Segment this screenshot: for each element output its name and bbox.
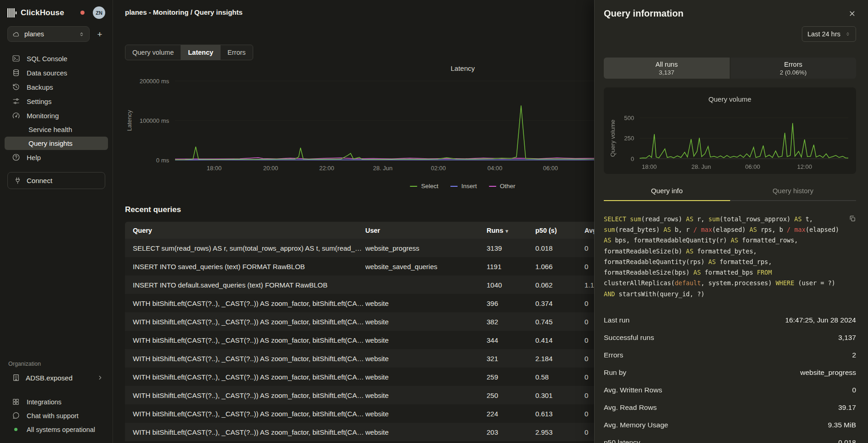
sidebar: ClickHouse ZN planes + SQL Console xyxy=(0,0,113,443)
connect-button[interactable]: Connect xyxy=(7,172,105,189)
svg-text:06:00: 06:00 xyxy=(543,165,558,172)
tab-query-volume[interactable]: Query volume xyxy=(125,45,181,60)
detail-row: Successful runs3,137 xyxy=(604,329,856,346)
terminal-icon xyxy=(12,54,20,63)
query-details-list: Last run16:47:25, Jun 28 2024Successful … xyxy=(604,311,856,443)
sidebar-item-label: Help xyxy=(27,154,41,161)
detail-row: p50 latency0.018 xyxy=(604,434,856,443)
sidebar-item-label: Query insights xyxy=(28,139,73,147)
table-cell: 0.018 xyxy=(535,239,584,257)
legend-swatch xyxy=(450,186,458,187)
notification-dot[interactable] xyxy=(80,11,85,15)
building-icon xyxy=(12,374,20,382)
organization-name: ADSB.exposed xyxy=(26,374,73,382)
panel-title: Query information xyxy=(604,8,683,19)
svg-text:22:00: 22:00 xyxy=(319,165,335,172)
table-cell: 0.374 xyxy=(535,294,584,312)
sidebar-item-data-sources[interactable]: Data sources xyxy=(5,66,108,80)
stat-all-runs[interactable]: All runs 3,137 xyxy=(604,58,730,79)
series-queries-line xyxy=(640,123,848,159)
tab-latency[interactable]: Latency xyxy=(181,45,221,60)
tab-query-history[interactable]: Query history xyxy=(730,187,857,201)
sidebar-item-system-status[interactable]: All systems operational xyxy=(5,423,108,436)
detail-row: Last run16:47:25, Jun 28 2024 xyxy=(604,311,856,329)
organization-selector[interactable]: ADSB.exposed xyxy=(5,371,108,385)
tab-errors[interactable]: Errors xyxy=(221,45,252,60)
tab-query-info[interactable]: Query info xyxy=(604,187,730,201)
detail-value: 16:47:25, Jun 28 2024 xyxy=(785,316,856,324)
copy-icon[interactable] xyxy=(849,215,856,222)
time-range-select[interactable]: Last 24 hrs xyxy=(802,26,856,42)
stat-tabs: All runs 3,137 Errors 2 (0.06%) xyxy=(604,58,856,79)
plug-icon xyxy=(14,177,22,184)
detail-value: 39.17 xyxy=(838,403,856,412)
svg-text:28. Jun: 28. Jun xyxy=(692,163,711,170)
svg-text:18:00: 18:00 xyxy=(642,163,657,170)
svg-text:28. Jun: 28. Jun xyxy=(373,165,393,172)
service-selector[interactable]: planes xyxy=(7,26,90,42)
sql-query-text: SELECT sum(read_rows) AS r, sum(total_ro… xyxy=(604,214,844,299)
sidebar-item-sql-console[interactable]: SQL Console xyxy=(5,52,108,65)
detail-value: website_progress xyxy=(800,368,856,377)
sliders-icon xyxy=(12,97,20,105)
detail-row: Avg. Written Rows0 xyxy=(604,381,856,399)
clickhouse-logo[interactable] xyxy=(7,7,17,18)
svg-text:04:00: 04:00 xyxy=(488,165,503,172)
service-row: planes + xyxy=(0,23,113,46)
avatar[interactable]: ZN xyxy=(93,6,105,19)
legend-other[interactable]: Other xyxy=(489,183,516,190)
legend-select[interactable]: Select xyxy=(410,183,438,190)
column-header-user[interactable]: User xyxy=(365,222,487,239)
table-cell: 250 xyxy=(487,386,535,404)
table-cell: 344 xyxy=(487,331,535,349)
blocks-icon xyxy=(12,398,20,406)
table-cell: website xyxy=(365,331,487,349)
svg-text:0: 0 xyxy=(631,155,634,162)
legend-label: Other xyxy=(500,183,516,190)
chat-bubble-icon xyxy=(12,412,20,420)
table-cell: 224 xyxy=(487,404,535,423)
sidebar-item-label: Monitoring xyxy=(27,112,59,120)
add-service-button[interactable]: + xyxy=(93,28,106,40)
sidebar-item-monitoring[interactable]: Monitoring xyxy=(5,109,108,122)
stat-errors[interactable]: Errors 2 (0.06%) xyxy=(731,58,857,79)
sidebar-item-settings[interactable]: Settings xyxy=(5,94,108,108)
legend-label: Select xyxy=(421,183,438,190)
table-cell: WITH bitShiftLeft(CAST(?..), _CAST(?..))… xyxy=(125,404,365,423)
table-cell: WITH bitShiftLeft(CAST(?..), _CAST(?..))… xyxy=(125,423,365,441)
database-icon xyxy=(12,69,20,77)
query-volume-card: Query volume 025050018:0028. Jun06:0012:… xyxy=(604,87,856,174)
cloud-icon xyxy=(12,30,20,38)
detail-label: Last run xyxy=(604,316,630,324)
organization-label: Organization xyxy=(0,361,113,371)
sidebar-item-service-health[interactable]: Service health xyxy=(5,123,108,136)
table-cell: 2.953 xyxy=(535,423,584,441)
history-icon xyxy=(12,83,20,91)
column-header-p50-s-[interactable]: p50 (s) xyxy=(535,222,584,239)
sidebar-item-query-insights[interactable]: Query insights xyxy=(5,137,108,150)
table-cell: 396 xyxy=(487,294,535,312)
detail-row: Avg. Memory Usage9.35 MiB xyxy=(604,416,856,434)
table-cell: 0.613 xyxy=(535,404,584,423)
table-cell: website xyxy=(365,423,487,441)
legend-insert[interactable]: Insert xyxy=(450,183,477,190)
sidebar-item-help[interactable]: Help xyxy=(5,150,108,164)
column-header-runs[interactable]: Runs▾ xyxy=(487,222,535,239)
sidebar-item-label: All systems operational xyxy=(27,426,95,433)
sidebar-item-chat-support[interactable]: Chat with support xyxy=(5,409,108,422)
table-cell: 1040 xyxy=(487,276,535,294)
detail-row: Run bywebsite_progress xyxy=(604,364,856,381)
sidebar-item-backups[interactable]: Backups xyxy=(5,80,108,94)
table-cell: WITH bitShiftLeft(CAST(?..), _CAST(?..))… xyxy=(125,386,365,404)
column-header-query[interactable]: Query xyxy=(125,222,365,239)
table-cell: website xyxy=(365,368,487,386)
table-cell: website xyxy=(365,386,487,404)
table-cell: 1.066 xyxy=(535,257,584,276)
svg-text:20:00: 20:00 xyxy=(263,165,278,172)
table-cell: 1191 xyxy=(487,257,535,276)
sidebar-item-integrations[interactable]: Integrations xyxy=(5,395,108,408)
brand-name: ClickHouse xyxy=(21,8,64,17)
detail-value: 2 xyxy=(852,351,856,359)
close-icon[interactable] xyxy=(848,10,856,17)
svg-text:02:00: 02:00 xyxy=(431,165,446,172)
